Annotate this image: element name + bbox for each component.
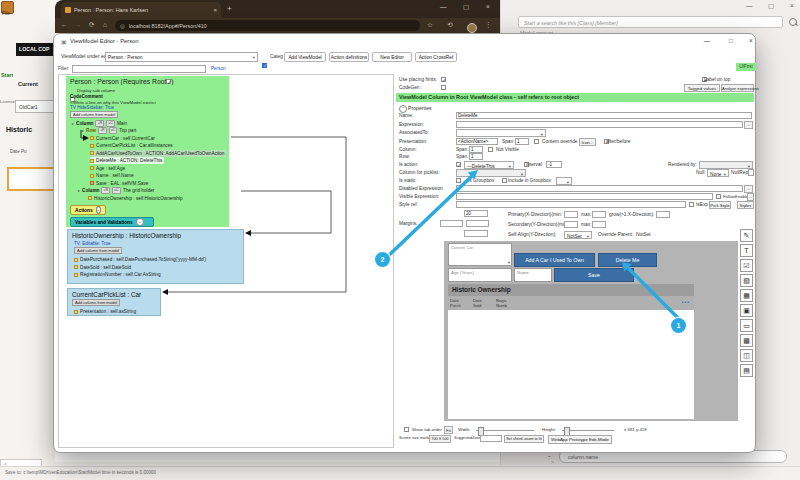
content-override-checkbox[interactable]: [534, 139, 539, 144]
model-maximize-button[interactable]: ▢: [768, 2, 774, 10]
associatedto-select[interactable]: [456, 129, 546, 137]
chip-add-row[interactable]: +R: [101, 187, 110, 194]
styles-button[interactable]: Styles: [737, 201, 754, 209]
add-column-from-model-button[interactable]: Add column from model: [70, 111, 118, 118]
action-select[interactable]: —DeleteThis: [464, 161, 514, 169]
home-icon[interactable]: ⌂: [103, 21, 107, 28]
dialog-close-button[interactable]: ×: [742, 37, 760, 44]
visible-ellipsis-button[interactable]: ...: [747, 193, 754, 201]
webapp-prototype-edit-mode-button[interactable]: WebApp Prototype Edit-Mode: [548, 435, 612, 444]
chip-add-col[interactable]: =C: [112, 187, 121, 194]
suggested-zoom-input[interactable]: [480, 435, 502, 442]
toolbox-grid-icon[interactable]: ▤: [740, 364, 753, 377]
dialog-minimize-button[interactable]: —: [698, 37, 716, 44]
model-minimize-button[interactable]: —: [746, 2, 753, 9]
browser-menu-icon[interactable]: ⋮: [485, 21, 492, 29]
primary-max-input[interactable]: [592, 211, 606, 218]
expander-icon[interactable]: ▸: [78, 188, 80, 193]
model-search-input[interactable]: Start a search like this [Class].[Member…: [518, 16, 783, 28]
preview-age-input[interactable]: Age (Years): [448, 268, 512, 282]
file-menu[interactable]: File: [2, 10, 10, 16]
tree-row-save[interactable]: Save : EAL: selfVM.Save: [90, 180, 148, 187]
action-definitions-button[interactable]: Action definitions: [329, 52, 369, 62]
is-action-checkbox[interactable]: [456, 162, 461, 167]
tree-row-age[interactable]: Age : self.Age: [90, 165, 125, 172]
action-crossref-button[interactable]: Action CrossRef: [415, 52, 457, 62]
pick-style-button[interactable]: Pick Style: [709, 201, 731, 209]
tree-row-column-gridholder[interactable]: ▸ Column +R =C The grid holder: [78, 187, 154, 194]
screen-size-marker-value[interactable]: 700 X 500: [429, 435, 451, 443]
browser-maximize-button[interactable]: ▢: [463, 3, 469, 11]
forward-icon[interactable]: →: [75, 21, 82, 28]
show-tab-order-checkbox[interactable]: [404, 427, 409, 432]
toolbox-button-icon[interactable]: ▭: [740, 319, 753, 332]
tree-row-presentation[interactable]: Presentation : self.asString: [74, 308, 136, 315]
followenable-checkbox[interactable]: [716, 194, 721, 199]
tagged-value-hidesidebar[interactable]: TV HideSidebar: True: [70, 105, 114, 110]
selected-row-highlight[interactable]: [7, 167, 59, 191]
browser-close-button[interactable]: ×: [486, 3, 490, 10]
tree-row-datesold[interactable]: DateSold : self.DateSold: [74, 264, 131, 271]
height-slider[interactable]: [562, 430, 614, 431]
tagged-value-editable[interactable]: TV: Editable: True: [74, 241, 111, 246]
currentcarpicklist-panel[interactable]: CurrentCarPickList : Car Add column from…: [67, 288, 161, 316]
start-link[interactable]: Start: [1, 72, 13, 78]
preview-col-date-sold[interactable]: Date Sold: [473, 298, 491, 308]
expression-input[interactable]: [456, 121, 743, 128]
toolbox-contact-card-icon[interactable]: ▣: [740, 304, 753, 317]
new-editor-button[interactable]: New Editor: [372, 52, 412, 62]
expander-icon[interactable]: ▸: [82, 128, 84, 133]
width-slider[interactable]: [476, 430, 534, 431]
grow-input[interactable]: [656, 211, 670, 218]
toolbox-image-icon[interactable]: ▩: [740, 334, 753, 347]
filter-input[interactable]: [72, 65, 206, 73]
historicownership-panel[interactable]: HistoricOwnership : HistoricOwnership TV…: [67, 229, 244, 284]
presentation-input[interactable]: [456, 138, 498, 145]
rendered-by-select[interactable]: [699, 161, 753, 169]
add-column-from-model-button[interactable]: Add column from model: [72, 299, 120, 306]
root-viewmodel-panel[interactable]: Person : Person (Requires Root) Display …: [66, 76, 229, 227]
tree-row-column-main[interactable]: ▸ Column +R =C Main: [72, 120, 127, 127]
dialog-maximize-button[interactable]: □: [722, 37, 740, 44]
expression-ellipsis-button[interactable]: ...: [744, 121, 753, 129]
isexp-checkbox[interactable]: [689, 202, 694, 207]
categ-checkbox[interactable]: [262, 63, 267, 68]
row-span-input[interactable]: [469, 153, 483, 160]
url-bar[interactable]: ◎ localhost:8182/App#/Person/410: [115, 20, 420, 31]
browser-tab[interactable]: Person : Person: Hans Karlsen ×: [61, 2, 221, 18]
toolbox-camera-icon[interactable]: ◫: [740, 349, 753, 362]
style-ref-input[interactable]: [456, 201, 686, 208]
self-align-select[interactable]: NotSet: [564, 231, 592, 239]
include-in-groupbox-select[interactable]: [556, 177, 572, 185]
preview-grid-header[interactable]: Date Purch Date Sold Regis Numb •••: [448, 296, 694, 310]
tree-row-row-toppart[interactable]: ▸ Row +R =C Top part: [82, 127, 136, 134]
interval-input[interactable]: [546, 161, 562, 168]
preview-add-car-button[interactable]: Add A Car I Used To Own: [514, 253, 595, 267]
grid-menu-dots-icon[interactable]: •••: [682, 299, 690, 305]
tree-row-datepurchased[interactable]: DatePurchased : self.DatePurchased.ToStr…: [74, 256, 206, 263]
not-visible-checkbox[interactable]: [488, 147, 493, 152]
actions-expander-button[interactable]: Actions ⌄: [70, 205, 106, 215]
fit-button[interactable]: Fit: [444, 426, 453, 434]
sync-icon[interactable]: ⟲: [447, 21, 452, 29]
tree-row-addacar[interactable]: AddACarIUsedToOwn : ACTION: AddACarIUsed…: [90, 150, 226, 157]
disabled-expression-input[interactable]: [456, 185, 743, 192]
icon-button[interactable]: Icon...: [579, 138, 596, 146]
secondary-min-input[interactable]: [564, 221, 578, 228]
browser-minimize-button[interactable]: —: [440, 3, 447, 10]
preview-col-regis-numb[interactable]: Regis Numb: [496, 298, 516, 308]
model-close-button[interactable]: ×: [790, 2, 794, 9]
presentation-span-input[interactable]: [515, 138, 529, 145]
primary-min-input[interactable]: [564, 211, 578, 218]
toolbox-edit-icon[interactable]: ✎: [740, 229, 753, 242]
set-shrink-zoom-button[interactable]: Set shrink zoom to fit: [504, 435, 544, 443]
variables-validations-expander-button[interactable]: Variables and Validations ⌄: [70, 217, 154, 227]
tree-row-deleteme[interactable]: DeleteMe : ACTION: DeleteThis: [90, 157, 164, 164]
toolbox-calendar-icon[interactable]: ▦: [740, 289, 753, 302]
chip-add-row[interactable]: +R: [98, 127, 107, 134]
back-icon[interactable]: ←: [61, 21, 68, 28]
viewmodel-select[interactable]: Person : Person: [105, 52, 258, 62]
preview-save-button[interactable]: Save: [554, 268, 634, 282]
chip-add-col[interactable]: =C: [109, 127, 118, 134]
tree-row-currentcarpicklist[interactable]: CurrentCarPickList : Car.allInstances: [90, 142, 173, 149]
